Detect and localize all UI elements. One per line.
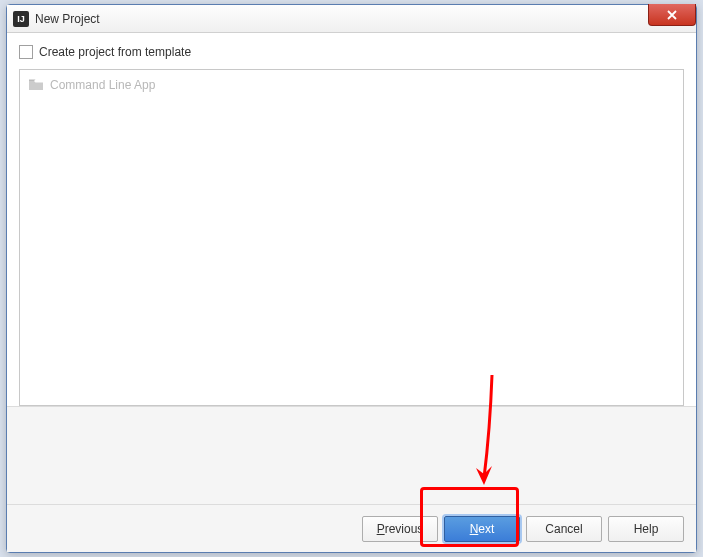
template-list[interactable]: Command Line App (19, 69, 684, 406)
close-icon (666, 10, 678, 20)
new-project-dialog: IJ New Project Create project from templ… (6, 4, 697, 553)
window-title: New Project (35, 12, 100, 26)
template-item-label: Command Line App (50, 78, 155, 92)
template-checkbox-row: Create project from template (19, 45, 684, 59)
app-icon: IJ (13, 11, 29, 27)
button-bar: Previous Next Cancel Help (7, 504, 696, 552)
cancel-button[interactable]: Cancel (526, 516, 602, 542)
template-description (7, 406, 696, 504)
create-from-template-label[interactable]: Create project from template (39, 45, 191, 59)
folder-icon (28, 78, 44, 92)
dialog-content: Create project from template Command Lin… (7, 33, 696, 552)
create-from-template-checkbox[interactable] (19, 45, 33, 59)
template-item-command-line-app: Command Line App (28, 76, 675, 94)
next-button[interactable]: Next (444, 516, 520, 542)
close-button[interactable] (648, 4, 696, 26)
help-button[interactable]: Help (608, 516, 684, 542)
titlebar: IJ New Project (7, 5, 696, 33)
previous-button[interactable]: Previous (362, 516, 438, 542)
